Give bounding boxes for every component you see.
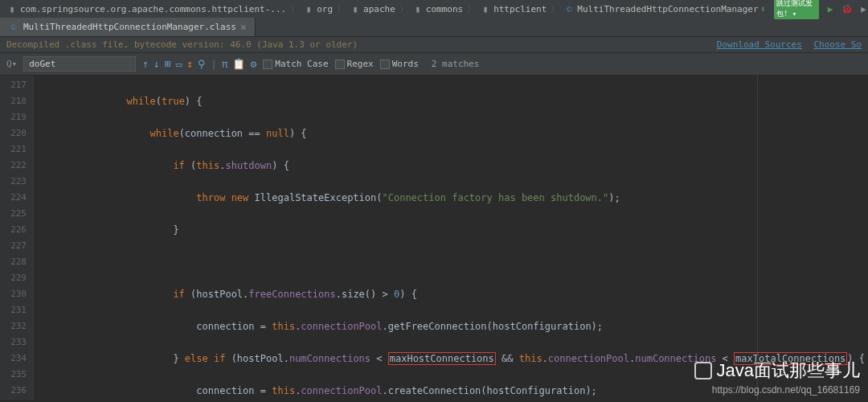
crumb-root[interactable]: ▮com.springsource.org.apache.commons.htt… (6, 3, 286, 14)
tab-label: MultiThreadedHttpConnectionManager.class (23, 22, 236, 32)
line-number: 229 (2, 270, 27, 286)
folder-icon: ▮ (303, 3, 314, 14)
line-number: 234 (2, 351, 27, 367)
jar-icon: ▮ (6, 3, 18, 14)
line-number: 217 (2, 77, 27, 93)
crumb-commons[interactable]: ▮commons (412, 3, 463, 14)
line-number: 223 (2, 174, 27, 190)
line-number: 228 (2, 254, 27, 270)
folder-icon: ▮ (412, 3, 424, 14)
toolbar: ⬇ 跳过测试发包! ▾ ▶ 🐞 ▶ ■ ⬇ ⬆ 🔍 ⬚ (759, 0, 868, 19)
words-checkbox[interactable]: Words (380, 59, 419, 69)
close-icon[interactable]: × (240, 21, 247, 33)
search-input[interactable] (23, 56, 136, 72)
line-number: 230 (2, 286, 27, 302)
line-number: 232 (2, 318, 27, 334)
select-all-icon[interactable]: ▭ (176, 58, 182, 70)
watermark-url: https://blog.csdn.net/qq_16681169 (694, 384, 860, 396)
build-icon[interactable]: ⬇ (759, 2, 768, 15)
history-icon[interactable]: 📋 (232, 58, 245, 70)
pin-icon[interactable]: π (222, 58, 228, 70)
line-gutter: 2172182192202212222232242252262272282292… (0, 76, 34, 400)
line-number: 225 (2, 206, 27, 222)
match-count: 2 matches (432, 59, 480, 69)
search-nav: ↑ ↓ ⊞ ▭ ↕ ⚲ | π 📋 ⚙ (142, 58, 256, 70)
folder-icon: ▮ (480, 3, 491, 14)
crumb-httpclient[interactable]: ▮httpclient (480, 3, 547, 14)
match-case-checkbox[interactable]: Match Case (263, 59, 328, 69)
line-number: 219 (2, 109, 27, 125)
code-area[interactable]: while(true) { while(connection == null) … (34, 76, 868, 400)
debug-icon[interactable]: 🐞 (841, 2, 853, 15)
folder-icon: ▮ (350, 3, 361, 14)
tab-file[interactable]: © MultiThreadedHttpConnectionManager.cla… (0, 18, 256, 36)
title-bar: ▮com.springsource.org.apache.commons.htt… (0, 0, 868, 18)
line-number: 235 (2, 367, 27, 383)
line-number: 221 (2, 142, 27, 158)
editor: 2172182192202212222232242252262272282292… (0, 76, 868, 400)
decompile-info-bar: Decompiled .class file, bytecode version… (0, 37, 868, 53)
fold-guide (757, 76, 758, 400)
line-number: 231 (2, 302, 27, 318)
run-config[interactable]: 跳过测试发包! ▾ (774, 0, 819, 19)
prev-match-icon[interactable]: ↑ (142, 58, 149, 70)
crumb-org[interactable]: ▮org (303, 3, 333, 14)
line-number: 218 (2, 93, 27, 109)
line-number: 227 (2, 238, 27, 254)
coverage-icon[interactable]: ▶ (859, 2, 868, 15)
regex-checkbox[interactable]: Regex (335, 59, 374, 69)
line-number: 220 (2, 125, 27, 142)
decompile-info-text: Decompiled .class file, bytecode version… (6, 39, 358, 50)
crumb-class[interactable]: ©MultiThreadedHttpConnectionManager (563, 3, 758, 14)
crumb-sep: 〉 (290, 3, 299, 15)
watermark: Java面试那些事儿 https://blog.csdn.net/qq_1668… (694, 359, 860, 396)
toggle-icon[interactable]: ↕ (187, 58, 194, 70)
download-sources-link[interactable]: Download Sources (717, 39, 802, 50)
breadcrumb: ▮com.springsource.org.apache.commons.htt… (6, 3, 759, 15)
add-selection-icon[interactable]: ⊞ (165, 58, 171, 70)
find-bar: Q▾ ↑ ↓ ⊞ ▭ ↕ ⚲ | π 📋 ⚙ Match Case Regex … (0, 53, 868, 76)
line-number: 236 (2, 383, 27, 399)
crumb-apache[interactable]: ▮apache (350, 3, 395, 14)
checkbox-icon (263, 59, 272, 69)
checkbox-icon (380, 59, 390, 69)
info-links: Download Sources Choose So (710, 39, 862, 50)
gear-icon[interactable]: ⚙ (250, 58, 256, 70)
line-number: 233 (2, 334, 27, 351)
wechat-icon (694, 362, 712, 379)
crumb-root-label: com.springsource.org.apache.commons.http… (20, 4, 286, 14)
choose-sources-link[interactable]: Choose So (813, 39, 862, 50)
class-icon: © (563, 3, 575, 14)
run-icon[interactable]: ▶ (825, 2, 834, 15)
checkbox-icon (335, 59, 345, 69)
line-number: 222 (2, 158, 27, 174)
line-number: 224 (2, 190, 27, 206)
filter-icon[interactable]: ⚲ (198, 58, 206, 70)
line-number: 226 (2, 222, 27, 238)
class-icon: © (8, 22, 19, 33)
highlighted-maxhost: maxHostConnections (388, 352, 496, 365)
next-match-icon[interactable]: ↓ (154, 58, 160, 70)
search-label[interactable]: Q▾ (6, 59, 17, 69)
tab-bar: © MultiThreadedHttpConnectionManager.cla… (0, 18, 868, 37)
